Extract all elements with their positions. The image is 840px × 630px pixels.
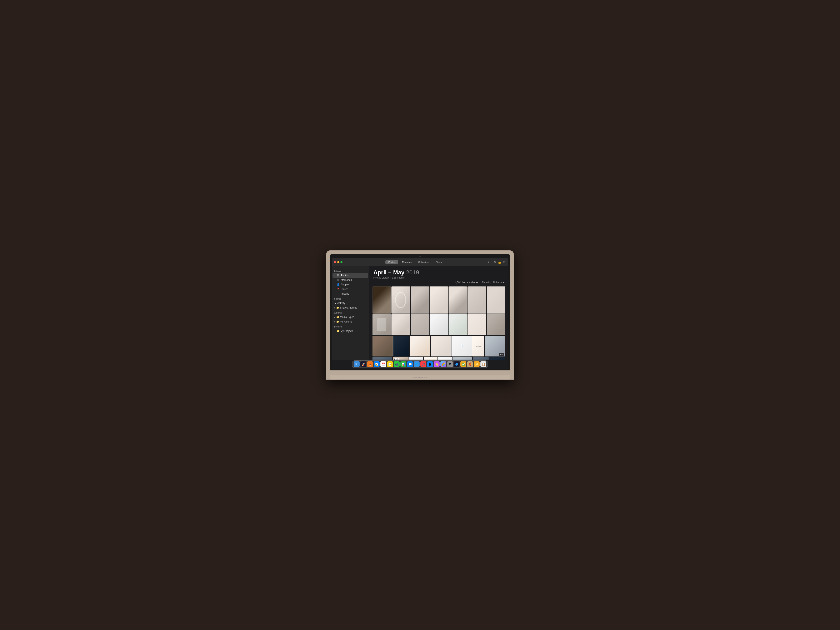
sidebar-item-memories[interactable]: ◎ Memories <box>333 278 368 282</box>
sidebar-item-photos[interactable]: 🖼 Photos <box>333 273 368 278</box>
photo-row <box>373 286 505 314</box>
sidebar-item-people[interactable]: 👤 People <box>333 282 368 287</box>
my-albums-icon: 📁 <box>336 321 339 323</box>
photo-thumb[interactable] <box>373 314 391 335</box>
photo-thumb[interactable] <box>411 286 429 314</box>
photo-thumb[interactable]: 3:36 <box>489 357 505 360</box>
maximize-button[interactable] <box>340 261 343 263</box>
toolbar-tabs: Photos Moments Collections Years <box>344 260 486 264</box>
photo-thumb[interactable] <box>429 314 448 335</box>
share-icon[interactable]: ↑ <box>490 261 492 264</box>
photo-row: 📄 $11.81 0:59 <box>373 336 505 357</box>
info-icon[interactable]: ℹ <box>488 261 489 264</box>
sidebar-item-people-label: People <box>341 283 349 286</box>
photo-thumb[interactable] <box>448 286 467 314</box>
tab-moments[interactable]: Moments <box>399 260 414 264</box>
sidebar-item-imports[interactable]: ↓ Imports <box>333 292 368 296</box>
dock-safari[interactable]: 🧭 <box>374 361 380 367</box>
photo-thumb[interactable]: 27:41 <box>453 357 472 360</box>
photo-thumb[interactable] <box>467 314 486 335</box>
dock-numbers[interactable]: 📊 <box>400 361 406 367</box>
photo-thumb[interactable] <box>393 336 409 357</box>
dock-appstore[interactable]: 📱 <box>427 361 433 367</box>
my-projects-icon: 📁 <box>337 330 339 333</box>
photo-thumb[interactable]: 📄 <box>452 336 472 357</box>
laptop-frame: Photos Moments Collections Years ℹ ↑ ↻ 🔒… <box>326 250 514 380</box>
content-area: April – May 2019 Photos Library · 1,684 … <box>369 266 508 360</box>
dock-finder2[interactable]: 🌐 <box>414 361 420 367</box>
dock-folder[interactable]: 📁 <box>474 361 480 367</box>
shared-albums-label: Shared Albums <box>340 306 357 309</box>
photo-thumb[interactable] <box>373 286 391 314</box>
photo-thumb[interactable] <box>411 314 429 335</box>
dock-firefox[interactable]: 🦊 <box>367 361 373 367</box>
delete-icon[interactable]: 🗑 <box>503 261 506 264</box>
photo-thumb[interactable]: $11.81 <box>472 336 485 357</box>
photo-thumb[interactable] <box>467 286 486 314</box>
sidebar-item-my-projects[interactable]: ▼ 📁 My Projects <box>332 329 369 333</box>
photo-thumb[interactable] <box>487 286 505 314</box>
sidebar-item-my-albums[interactable]: ▶ 📁 My Albums <box>332 319 369 324</box>
minimize-button[interactable] <box>337 261 339 263</box>
dock-siri[interactable]: 🌈 <box>441 361 446 367</box>
dock: 🔍 🚀 🦊 🧭 📅 📝 📹 📊 💬 🌐 🎵 📱 ⭐ 🌈 ⚙ 🔷 <box>352 360 488 368</box>
photo-thumb[interactable] <box>392 286 410 314</box>
dock-notes[interactable]: 📝 <box>387 361 393 367</box>
window-controls <box>334 261 343 263</box>
dock-delta[interactable]: 🔷 <box>454 361 459 367</box>
chevron-right-icon-3: ▶ <box>334 321 335 323</box>
dock-calendar[interactable]: 📅 <box>381 361 386 367</box>
lock-icon[interactable]: 🔒 <box>498 261 501 264</box>
dock-star[interactable]: ⭐ <box>434 361 440 367</box>
main-area: Library 🖼 Photos ◎ Memories 👤 People <box>332 266 508 360</box>
dock-area: 🔍 🚀 🦊 🧭 📅 📝 📹 📊 💬 🌐 🎵 📱 ⭐ 🌈 ⚙ 🔷 <box>332 360 508 369</box>
tab-years[interactable]: Years <box>433 260 445 264</box>
sidebar-item-activity[interactable]: ☁ Activity <box>332 301 369 305</box>
chevron-right-icon-2: ▶ <box>334 316 335 318</box>
dock-clipboard[interactable]: 📋 <box>480 361 486 367</box>
dock-lamp[interactable]: 🏮 <box>467 361 473 367</box>
showing-dropdown[interactable]: Showing: All Items ▾ <box>482 281 504 284</box>
photo-thumb[interactable]: HDR <box>393 357 409 360</box>
photo-thumb[interactable]: 0:08 <box>473 357 489 360</box>
photo-thumb[interactable] <box>487 314 505 335</box>
photo-thumb[interactable] <box>429 286 448 314</box>
dock-launchpad[interactable]: 🚀 <box>360 361 366 367</box>
sidebar-item-shared-albums[interactable]: ▶ 📁 Shared Albums <box>332 305 369 310</box>
sidebar: Library 🖼 Photos ◎ Memories 👤 People <box>332 266 369 360</box>
photo-thumb[interactable] <box>392 314 410 335</box>
photo-thumb[interactable]: 0:59 <box>485 336 505 357</box>
photo-row: 1:06 HDR 📊 <box>373 357 505 360</box>
content-subtitle: Photos Library · 1,684 Items <box>373 276 504 279</box>
library-section-label: Library <box>332 268 369 273</box>
screen: Photos Moments Collections Years ℹ ↑ ↻ 🔒… <box>332 258 508 369</box>
selection-bar: 1,684 items selected Showing: All Items … <box>369 281 508 286</box>
dock-facetime[interactable]: 📹 <box>394 361 399 367</box>
photo-thumb[interactable]: 📋 <box>424 357 437 360</box>
laptop-bottom: MacBook Air <box>330 376 510 380</box>
sidebar-item-places[interactable]: 📍 Places <box>333 287 368 292</box>
media-types-label: Media Types <box>340 316 354 319</box>
photo-thumb[interactable] <box>438 357 452 360</box>
dock-settings[interactable]: ⚙ <box>447 361 453 367</box>
photo-thumb[interactable] <box>431 336 451 357</box>
tab-photos[interactable]: Photos <box>385 260 398 264</box>
photo-thumb[interactable] <box>410 336 430 357</box>
sidebar-item-media-types[interactable]: ▶ 📁 Media Types <box>332 315 369 319</box>
dock-music[interactable]: 🎵 <box>420 361 426 367</box>
close-button[interactable] <box>334 261 336 263</box>
photo-thumb[interactable]: 📊 <box>409 357 423 360</box>
laptop-brand: MacBook Air <box>413 376 427 379</box>
shared-section-label: Shared <box>332 296 369 301</box>
dock-finder[interactable]: 🔍 <box>354 361 360 367</box>
dock-omnifocus[interactable]: ✅ <box>460 361 466 367</box>
photo-thumb[interactable]: 1:06 <box>373 357 392 360</box>
my-projects-label: My Projects <box>340 330 354 333</box>
photo-thumb[interactable] <box>448 314 467 335</box>
dock-messenger[interactable]: 💬 <box>407 361 413 367</box>
photo-thumb[interactable] <box>373 336 393 357</box>
tab-collections[interactable]: Collections <box>415 260 432 264</box>
rotate-icon[interactable]: ↻ <box>494 261 496 264</box>
imports-icon: ↓ <box>337 292 339 295</box>
photo-grid: 📄 $11.81 0:59 <box>369 286 508 360</box>
